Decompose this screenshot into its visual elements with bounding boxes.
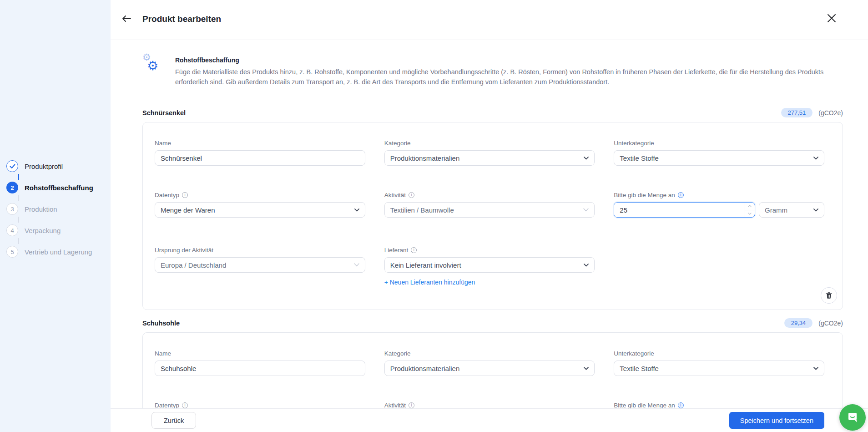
datentyp-label: Datentyp (155, 192, 179, 198)
chevron-up-icon (748, 205, 752, 207)
chevron-down-icon (813, 367, 818, 370)
chevron-down-icon (583, 208, 589, 212)
product-edit-modal: Produktprofil 2 Rohstoffbeschaffung 3 Pr… (0, 0, 868, 432)
menge-label: Bitte gib die Menge an (614, 402, 675, 408)
datentyp-label: Datentyp (155, 402, 179, 408)
unterkategorie-label: Unterkategorie (614, 350, 824, 357)
section-intro: ⚙ ⚙ Rohstoffbeschaffung Füge die Materia… (142, 54, 843, 87)
spinner-up-button[interactable] (745, 203, 755, 210)
einheit-select[interactable]: Gramm (759, 202, 824, 218)
info-icon[interactable]: i (409, 192, 414, 198)
step-label: Vertrieb und Lagerung (25, 248, 92, 256)
info-icon[interactable]: i (678, 192, 684, 198)
name-input[interactable] (155, 150, 365, 166)
step-connector (18, 174, 19, 180)
step-verpackung[interactable]: 4 Verpackung (6, 224, 93, 236)
intro-title: Rohstoffbeschaffung (175, 56, 830, 64)
info-icon[interactable]: i (182, 192, 188, 198)
info-icon[interactable]: i (678, 402, 684, 408)
step-rohstoffbeschaffung[interactable]: 2 Rohstoffbeschaffung (6, 182, 93, 193)
modal-header: Produkt bearbeiten (111, 0, 868, 40)
chat-bubble-icon (846, 411, 859, 424)
step-connector (18, 217, 19, 223)
form-scroll-area[interactable]: ⚙ ⚙ Rohstoffbeschaffung Füge die Materia… (111, 40, 868, 408)
chevron-down-icon (748, 213, 752, 215)
gears-icon: ⚙ ⚙ (142, 54, 162, 76)
name-label: Name (155, 350, 365, 357)
step-connector (18, 238, 19, 244)
back-arrow-icon (121, 15, 131, 22)
step-vertrieb-und-lagerung[interactable]: 5 Vertrieb und Lagerung (6, 246, 93, 258)
intro-description: Füge die Materialliste des Produkts hinz… (175, 67, 830, 87)
datentyp-select[interactable]: Menge der Waren (155, 202, 365, 218)
chevron-down-icon (354, 263, 359, 267)
kategorie-select[interactable]: Produktionsmaterialien (384, 150, 595, 166)
step-label: Produktprofil (25, 163, 63, 170)
close-icon (827, 14, 836, 23)
name-label: Name (155, 140, 365, 147)
ursprung-label: Ursprung der Aktivität (155, 247, 365, 254)
kategorie-label: Kategorie (384, 140, 595, 147)
step-number: 2 (6, 182, 18, 193)
material-card: Name Kategorie Produktionsmaterialien Un… (142, 332, 843, 408)
info-icon[interactable]: i (182, 402, 188, 408)
delete-material-button[interactable] (821, 287, 837, 304)
material-title: Schuhsohle (142, 320, 180, 327)
ursprung-select[interactable]: Europa / Deutschland (155, 257, 365, 273)
chevron-down-icon (354, 208, 359, 212)
step-label: Produktion (25, 205, 57, 213)
close-button[interactable] (825, 12, 838, 25)
unterkategorie-select[interactable]: Textile Stoffe (614, 361, 824, 376)
step-label: Verpackung (25, 227, 61, 234)
back-arrow-button[interactable] (119, 13, 134, 25)
material-section-header: Schnürsenkel 277,51 (gCO2e) (142, 108, 843, 117)
material-card: Name Kategorie Produktionsmaterialien Un… (142, 122, 843, 310)
kategorie-select[interactable]: Produktionsmaterialien (384, 361, 595, 376)
lieferant-select[interactable]: Kein Lieferant involviert (384, 257, 595, 273)
step-produktprofil[interactable]: Produktprofil (6, 160, 93, 172)
kategorie-label: Kategorie (384, 350, 595, 357)
co2-unit: (gCO2e) (818, 320, 843, 327)
chat-launcher-button[interactable] (839, 404, 866, 431)
lieferant-label: Lieferant (384, 247, 409, 254)
aktivitaet-label: Aktivität (384, 402, 406, 408)
co2-unit: (gCO2e) (818, 109, 843, 117)
name-input[interactable] (155, 361, 365, 376)
chevron-down-icon (584, 367, 589, 370)
spinner-down-button[interactable] (745, 210, 755, 218)
modal-footer: Zurück Speichern und fortsetzen (111, 408, 868, 432)
step-label: Rohstoffbeschaffung (25, 184, 93, 192)
chevron-down-icon (813, 208, 818, 212)
menge-number-field (614, 202, 755, 218)
step-number: 4 (6, 224, 18, 236)
step-number: 3 (6, 203, 18, 215)
menge-input[interactable] (614, 203, 745, 217)
co2-badge: 277,51 (781, 108, 813, 117)
material-title: Schnürsenkel (142, 109, 186, 117)
material-section-header: Schuhsohle 29,34 (gCO2e) (142, 318, 843, 328)
wizard-stepper: Produktprofil 2 Rohstoffbeschaffung 3 Pr… (6, 160, 93, 258)
aktivitaet-select[interactable]: Textilien / Baumwolle (384, 202, 595, 218)
trash-icon (826, 292, 832, 299)
save-and-continue-button[interactable]: Speichern und fortsetzen (729, 412, 824, 429)
back-button[interactable]: Zurück (151, 412, 196, 429)
chevron-down-icon (584, 264, 589, 267)
menge-label: Bitte gib die Menge an (614, 192, 675, 198)
chevron-down-icon (584, 157, 589, 160)
unterkategorie-select[interactable]: Textile Stoffe (614, 150, 824, 166)
co2-badge: 29,34 (784, 318, 813, 328)
unterkategorie-label: Unterkategorie (614, 140, 824, 147)
chevron-down-icon (813, 157, 818, 160)
add-lieferant-link[interactable]: + Neuen Lieferanten hinzufügen (384, 279, 475, 286)
step-connector (18, 195, 19, 201)
main-panel: Produkt bearbeiten ⚙ ⚙ Rohstoffbeschaffu… (111, 0, 868, 432)
number-spinner (745, 203, 755, 217)
wizard-sidebar: Produktprofil 2 Rohstoffbeschaffung 3 Pr… (0, 0, 111, 432)
aktivitaet-label: Aktivität (384, 192, 406, 198)
info-icon[interactable]: i (409, 402, 414, 408)
step-produktion[interactable]: 3 Produktion (6, 203, 93, 215)
page-title: Produkt bearbeiten (142, 14, 221, 24)
info-icon[interactable]: i (411, 247, 417, 253)
step-done-check-icon (6, 160, 18, 172)
step-number: 5 (6, 246, 18, 258)
